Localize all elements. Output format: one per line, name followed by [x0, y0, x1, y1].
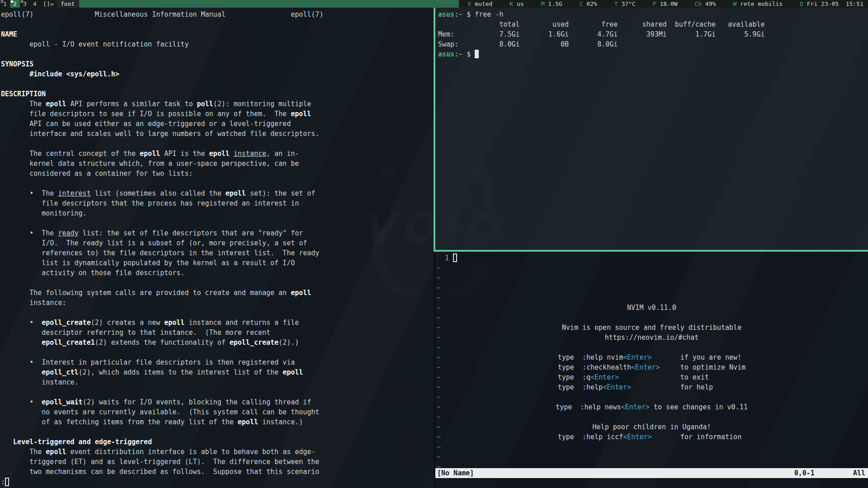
man-line: file descriptors that the process has re…: [1, 198, 434, 208]
man-line: activity on those file descriptors.: [1, 268, 434, 278]
text-segment: epoll_ctl: [42, 368, 78, 376]
status-item-v: V muted: [468, 0, 493, 8]
nvim-intro-line: https://neovim.io/#chat: [435, 333, 868, 343]
text-segment: NAME: [1, 30, 17, 38]
statusline-scroll: All: [853, 468, 865, 478]
text-segment: Level-triggered and edge-triggered: [1, 438, 152, 446]
nvim-intro-line: Help poor children in Uganda!: [435, 422, 868, 432]
man-line: • The interest list (sometimes also call…: [1, 188, 434, 198]
nvim-line-1: 1: [437, 253, 868, 263]
text-segment: epoll: [291, 289, 311, 297]
nvim-tilde-row: ~: [437, 263, 868, 273]
status-item-d: D Fri 23-05 15:51: [800, 0, 863, 8]
status-key: M: [541, 0, 545, 7]
nvim-intro-line: Nvim is open source and freely distribut…: [435, 323, 868, 333]
man-line: epoll - I/O event notification facility: [1, 39, 434, 49]
status-value: 37°C: [618, 0, 636, 7]
man-line: kernel data structure which, from a user…: [1, 159, 434, 169]
man-line: SYNOPSIS: [1, 59, 434, 69]
workspace-switcher: 1234: [0, 0, 40, 8]
text-segment: <Enter>: [631, 363, 660, 371]
man-line: [1, 139, 434, 149]
man-line: instance.: [1, 377, 434, 387]
status-item-k: K us: [509, 0, 524, 8]
text-segment: epoll_wait: [42, 398, 82, 406]
man-terminal-pane[interactable]: epoll(7) Miscellaneous Information Manua…: [0, 8, 434, 488]
nvim-tilde-row: ~: [437, 273, 868, 283]
man-line: [1, 218, 434, 228]
man-line: • epoll_create(2) creates a new epoll in…: [1, 318, 434, 328]
shell-terminal-pane[interactable]: asus:~ $ free -h total used free shared …: [435, 8, 868, 250]
nvim-intro-line: NVIM v0.11.0: [435, 303, 868, 313]
status-value: 02%: [583, 0, 597, 7]
status-value: muted: [471, 0, 492, 7]
man-line: interface and scales well to large numbe…: [1, 129, 434, 139]
man-line: file descriptors to see if I/O is possib…: [1, 109, 434, 119]
bar-fill: [79, 0, 458, 8]
man-line: epoll(7) Miscellaneous Information Manua…: [1, 9, 434, 19]
shell-line: Mem: 7.5Gi 1.6Gi 4.7Gi 393Mi 1.7Gi 5.9Gi: [438, 29, 868, 39]
man-line: API can be used either as an edge-trigge…: [1, 119, 434, 129]
status-value: 18.0W: [656, 0, 678, 7]
statusline-ruler: 0,0-1: [794, 468, 815, 478]
text-segment: epoll: [209, 150, 230, 158]
status-item-c: C 02%: [580, 0, 597, 8]
man-pager-line: :: [0, 477, 434, 488]
text-segment: ready: [58, 229, 78, 237]
window-title: foot: [57, 0, 79, 8]
status-key: P: [653, 0, 656, 7]
text-segment: epoll: [283, 368, 303, 376]
man-line: epoll_ctl(2), which adds items to the in…: [1, 367, 434, 377]
shell-line: asus:~ $: [438, 49, 868, 59]
nvim-pane[interactable]: 1 ~~~~~~~~~~~~~~~~~~~~~ NVIM v0.11.0Nvim…: [435, 252, 868, 488]
text-segment: interest: [58, 189, 90, 197]
workspace-indicator-icon: [1, 0, 3, 3]
status-key: T: [614, 0, 618, 7]
cursor-hollow: [5, 478, 9, 486]
text-segment: epoll: [238, 418, 258, 426]
text-segment: instance: [234, 150, 266, 158]
text-segment: epoll_create: [230, 338, 278, 347]
workspace-tag-4[interactable]: 4: [30, 0, 40, 8]
workspace-indicator-icon: [21, 0, 23, 3]
shell-output: asus:~ $ free -h total used free shared …: [435, 8, 868, 59]
status-value: Fri 23-05 15:51: [803, 0, 863, 7]
text-segment: epoll: [226, 189, 246, 197]
nvim-intro-line: type :help nvim<Enter> if you are new!: [435, 352, 868, 362]
workspace-label: 2: [13, 0, 17, 7]
nvim-intro-line: type :checkhealth<Enter> to optimize Nvi…: [435, 362, 868, 372]
man-line: I/O. The ready list is a subset of (or, …: [1, 238, 434, 248]
shell-line: Swap: 8.0Gi 0B 8.0Gi: [438, 39, 868, 49]
text-segment: epoll: [46, 100, 66, 108]
text-segment: <Enter>: [623, 353, 651, 361]
man-line: #include <sys/epoll.h>: [1, 69, 434, 79]
man-line: The following system calls are provided …: [1, 288, 434, 298]
text-segment: epoll: [291, 110, 311, 118]
status-item-ch: Ch 49%: [695, 0, 716, 8]
status-value: us: [513, 0, 524, 7]
workspace-tag-3[interactable]: 3: [20, 0, 30, 8]
status-key: Ch: [695, 0, 702, 7]
man-line: The epoll API performs a similar task to…: [1, 99, 434, 109]
shell-line: asus:~ $ free -h: [438, 9, 868, 19]
pane-divider: [434, 252, 435, 488]
man-line: [1, 427, 434, 437]
workspace-tag-1[interactable]: 1: [0, 0, 10, 8]
nvim-tilde-row: ~: [437, 313, 868, 323]
workspace-tag-2[interactable]: 2: [10, 0, 20, 8]
text-segment: epoll: [164, 319, 184, 327]
text-segment: epoll_create: [42, 319, 90, 327]
nvim-tilde-row: ~: [437, 442, 868, 452]
layout-symbol[interactable]: []=: [40, 0, 57, 8]
status-item-m: M 1.5G: [541, 0, 562, 8]
man-line: [1, 347, 434, 357]
text-segment: ~: [458, 10, 462, 19]
cursor-hollow: [453, 253, 457, 262]
shell-line: total used free shared buff/cache availa…: [438, 19, 868, 29]
status-area: V mutedK usM 1.5GC 02%T 37°CP 18.0WCh 49…: [459, 0, 868, 8]
man-line: [1, 49, 434, 59]
status-item-p: P 18.0W: [653, 0, 678, 8]
man-line: considered as a container for two lists:: [1, 169, 434, 178]
text-segment: epoll: [140, 150, 160, 158]
status-item-w: W rete mobilis: [733, 0, 783, 8]
